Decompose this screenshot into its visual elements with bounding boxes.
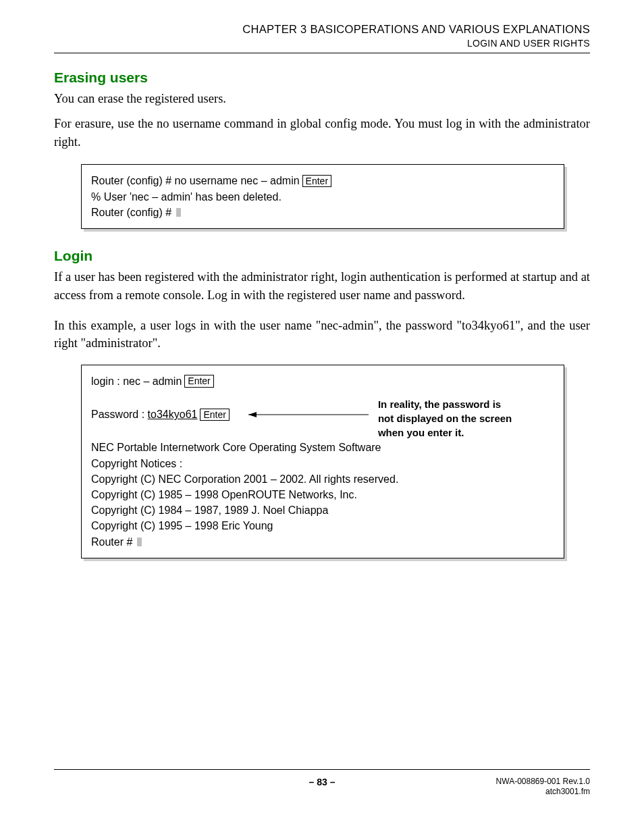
codebox-content: login : nec – admin Enter Password : to3… (81, 365, 564, 558)
code-line: Password : to34kyo61 Enter (91, 407, 230, 422)
code-line: Copyright (C) 1985 – 1998 OpenROUTE Netw… (91, 487, 554, 502)
code-line: Copyright (C) NEC Corporation 2001 – 200… (91, 471, 554, 487)
code-line: Copyright Notices : (91, 456, 554, 471)
enter-key-icon: Enter (302, 175, 331, 188)
para-login-1: If a user has been registered with the a… (54, 268, 590, 305)
svg-marker-1 (248, 412, 257, 417)
enter-key-icon: Enter (184, 375, 213, 388)
cursor-icon (137, 538, 142, 546)
code-line: Router (config) # (91, 205, 554, 220)
page-number: – 83 – (162, 777, 482, 798)
code-line: Router # (91, 534, 554, 550)
file-name: atch3001.fm (482, 787, 590, 798)
code-text: Copyright (C) 1995 – 1998 Eric Young (91, 518, 273, 533)
code-text: Router (config) # (91, 205, 175, 220)
code-line: NEC Portable Internetwork Core Operating… (91, 440, 554, 455)
annotation-text: In reality, the password is not displaye… (378, 397, 512, 440)
footer-spacer (54, 777, 162, 798)
code-text: Router # (91, 534, 136, 550)
code-text: Router (config) # no username nec – admi… (91, 173, 300, 188)
enter-key-icon: Enter (200, 409, 229, 421)
code-text: % User 'nec – admin' has been deleted. (91, 189, 281, 205)
page-header: CHAPTER 3 BASICOPERATIONS AND VARIOUS EX… (54, 23, 590, 53)
para-login-2: In this example, a user logs in with the… (54, 317, 590, 353)
heading-login: Login (54, 248, 590, 264)
code-text: Password : (91, 407, 148, 422)
code-text: NEC Portable Internetwork Core Operating… (91, 440, 381, 455)
code-line: Router (config) # no username nec – admi… (91, 173, 554, 188)
code-text: Copyright Notices : (91, 456, 182, 471)
page-footer: – 83 – NWA-008869-001 Rev.1.0 atch3001.f… (54, 769, 590, 798)
annot-line: not displayed on the screen (378, 411, 512, 425)
code-text: Copyright (C) 1984 – 1987, 1989 J. Noel … (91, 502, 328, 518)
section-label: LOGIN AND USER RIGHTS (54, 38, 590, 49)
cursor-icon (176, 208, 181, 217)
codebox-erase: Router (config) # no username nec – admi… (81, 164, 564, 229)
annotation-arrow-icon (230, 410, 378, 419)
annot-line: when you enter it. (378, 425, 512, 440)
annot-line: In reality, the password is (378, 397, 512, 411)
code-text: login : nec – admin (91, 373, 182, 389)
doc-id: NWA-008869-001 Rev.1.0 (482, 777, 590, 787)
code-line-with-annotation: Password : to34kyo61 Enter In reality, t… (91, 389, 554, 440)
heading-erasing-users: Erasing users (54, 70, 590, 86)
codebox-login: login : nec – admin Enter Password : to3… (81, 365, 564, 558)
code-text: Copyright (C) 1985 – 1998 OpenROUTE Netw… (91, 487, 357, 502)
footer-meta: NWA-008869-001 Rev.1.0 atch3001.fm (482, 777, 590, 798)
code-line: Copyright (C) 1995 – 1998 Eric Young (91, 518, 554, 533)
para-erase-2: For erasure, use the no username command… (54, 115, 590, 151)
password-value: to34kyo61 (148, 407, 198, 422)
code-line: Copyright (C) 1984 – 1987, 1989 J. Noel … (91, 502, 554, 518)
page-container: CHAPTER 3 BASICOPERATIONS AND VARIOUS EX… (0, 0, 644, 834)
para-erase-1: You can erase the registered users. (54, 90, 590, 108)
code-text: Copyright (C) NEC Corporation 2001 – 200… (91, 471, 398, 487)
chapter-label: CHAPTER 3 BASICOPERATIONS AND VARIOUS EX… (54, 23, 590, 36)
code-line: login : nec – admin Enter (91, 373, 554, 389)
code-line: % User 'nec – admin' has been deleted. (91, 189, 554, 205)
codebox-content: Router (config) # no username nec – admi… (81, 164, 564, 229)
